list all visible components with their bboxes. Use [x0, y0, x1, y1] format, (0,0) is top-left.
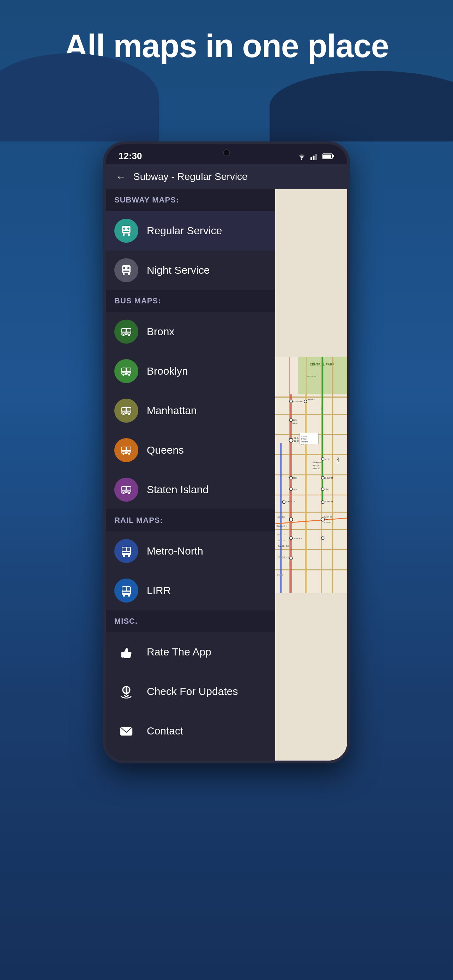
- svg-rect-33: [122, 408, 126, 410]
- svg-point-16: [127, 267, 129, 269]
- svg-point-31: [128, 373, 130, 376]
- svg-text:PATH: PATH: [337, 458, 339, 463]
- svg-text:CANAL ST: CANAL ST: [277, 540, 285, 541]
- svg-point-119: [282, 501, 285, 504]
- svg-rect-13: [128, 234, 130, 235]
- menu-item-contact[interactable]: Contact: [106, 711, 275, 751]
- svg-text:14 St 1·2·3: 14 St 1·2·3: [285, 501, 295, 503]
- svg-point-25: [128, 334, 130, 337]
- back-button[interactable]: ←: [116, 171, 126, 183]
- metro-north-icon: [114, 539, 138, 563]
- thumbs-up-svg: [119, 645, 134, 659]
- signal-icon: [310, 153, 319, 160]
- svg-rect-18: [123, 273, 124, 275]
- menu-item-regular-service[interactable]: Regular Service: [106, 211, 275, 250]
- svg-text:Transfer: Transfer: [301, 436, 307, 438]
- svg-text:N·R·W: N·R·W: [292, 423, 298, 425]
- map-preview: CENTRAL PARK THE POND: [275, 189, 347, 760]
- menu-item-check-updates[interactable]: Check For Updates: [106, 672, 275, 711]
- envelope-svg: [119, 724, 134, 738]
- phone-content: SUBWAY MAPS: Regular Servic: [106, 189, 347, 760]
- svg-text:14 St F·M: 14 St F·M: [324, 501, 333, 503]
- svg-point-113: [321, 476, 324, 479]
- lirr-icon: [114, 579, 138, 603]
- svg-text:23 St: 23 St: [292, 477, 297, 479]
- menu-item-bronx[interactable]: Bronx: [106, 312, 275, 352]
- misc-section-header: MISC.: [106, 610, 275, 632]
- svg-text:34 St: 34 St: [324, 458, 329, 460]
- svg-text:CHURCH: CHURCH: [277, 574, 285, 576]
- svg-text:only: only: [301, 444, 304, 445]
- svg-rect-22: [127, 329, 130, 332]
- svg-rect-51: [122, 547, 126, 551]
- brooklyn-icon: [114, 359, 138, 383]
- regular-service-label: Regular Service: [147, 225, 222, 237]
- menu-item-manhattan[interactable]: Manhattan: [106, 391, 275, 430]
- svg-text:42 St: 42 St: [294, 437, 299, 439]
- svg-text:6:00am-: 6:00am-: [301, 439, 307, 440]
- svg-rect-28: [127, 368, 130, 371]
- svg-rect-5: [323, 154, 331, 158]
- svg-text:Herald Sq: Herald Sq: [313, 462, 321, 464]
- svg-text:Franklin St 1: Franklin St 1: [278, 545, 289, 547]
- svg-text:23 St F·M: 23 St F·M: [324, 477, 333, 479]
- svg-rect-17: [123, 270, 129, 272]
- status-icons: [296, 153, 334, 160]
- menu-item-staten-island[interactable]: Staten Island: [106, 470, 275, 509]
- svg-text:SPRING ST: SPRING ST: [277, 534, 286, 536]
- svg-text:D·E·F·M: D·E·F·M: [324, 522, 331, 523]
- bronx-icon: [114, 320, 138, 344]
- svg-text:57 St-7 Av: 57 St-7 Av: [292, 401, 302, 403]
- svg-rect-14: [122, 265, 130, 273]
- svg-rect-27: [122, 368, 126, 371]
- svg-text:THE POND: THE POND: [307, 375, 317, 377]
- svg-point-134: [290, 557, 292, 560]
- bus-icon-brooklyn: [120, 365, 133, 377]
- navigation-drawer: SUBWAY MAPS: Regular Servic: [106, 189, 275, 760]
- toolbar-title: Subway - Regular Service: [134, 171, 248, 182]
- svg-point-42: [122, 452, 125, 455]
- wifi-icon: [296, 153, 307, 160]
- svg-text:SIXTH AV: SIXTH AV: [321, 406, 323, 414]
- svg-text:Canal St 1: Canal St 1: [292, 537, 302, 539]
- svg-point-48: [122, 492, 125, 495]
- menu-item-rate-app[interactable]: Rate The App: [106, 632, 275, 672]
- svg-text:Houston St 1: Houston St 1: [277, 525, 286, 527]
- svg-rect-39: [122, 447, 126, 450]
- svg-text:Wash Sq: Wash Sq: [324, 516, 332, 518]
- manhattan-label: Manhattan: [147, 405, 197, 417]
- rate-app-label: Rate The App: [147, 646, 211, 658]
- svg-rect-61: [128, 595, 130, 597]
- bus-icon-staten-island: [120, 483, 133, 496]
- status-time: 12:30: [119, 151, 142, 162]
- svg-text:N·Q·R·W: N·Q·R·W: [307, 398, 315, 400]
- svg-rect-58: [127, 587, 130, 590]
- svg-point-106: [321, 458, 324, 460]
- svg-point-37: [128, 413, 130, 415]
- svg-point-117: [321, 488, 324, 491]
- svg-rect-55: [128, 555, 130, 557]
- svg-rect-12: [123, 234, 124, 235]
- menu-item-queens[interactable]: Queens: [106, 430, 275, 470]
- menu-item-night-service[interactable]: Night Service: [106, 250, 275, 290]
- svg-point-30: [122, 373, 125, 376]
- menu-item-brooklyn[interactable]: Brooklyn: [106, 352, 275, 391]
- thumbs-up-icon: [114, 640, 138, 664]
- svg-point-43: [128, 452, 130, 455]
- svg-rect-40: [127, 447, 130, 450]
- svg-rect-1: [310, 158, 312, 160]
- svg-point-24: [122, 334, 125, 337]
- svg-point-111: [290, 476, 292, 479]
- queens-icon: [114, 438, 138, 462]
- svg-point-95: [290, 419, 292, 422]
- menu-item-metro-north[interactable]: Metro-North: [106, 531, 275, 571]
- svg-rect-46: [127, 487, 130, 490]
- train-icon-metro: [120, 545, 133, 557]
- svg-rect-3: [315, 154, 317, 160]
- night-service-label: Night Service: [147, 264, 210, 276]
- svg-text:1·2·3·7: 1·2·3·7: [294, 440, 299, 442]
- bus-icon-queens: [120, 444, 133, 457]
- svg-text:N·Q·R·W: N·Q·R·W: [313, 468, 319, 469]
- svg-rect-34: [127, 408, 130, 410]
- menu-item-lirr[interactable]: LIRR: [106, 571, 275, 610]
